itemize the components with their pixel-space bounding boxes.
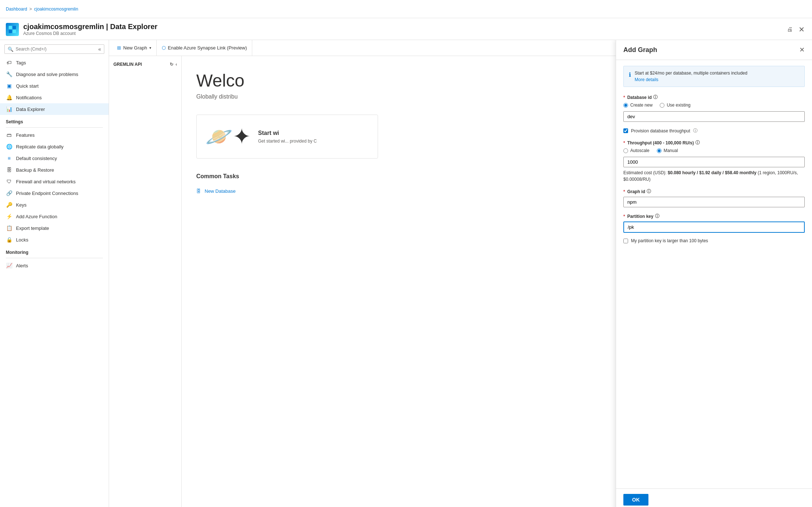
required-star: * bbox=[623, 95, 625, 100]
sidebar-item-quickstart[interactable]: ▣ Quick start bbox=[0, 80, 109, 92]
locks-icon: 🔒 bbox=[6, 236, 12, 243]
throughput-radio-group: Autoscale Manual bbox=[623, 148, 805, 153]
database-id-radio-group: Create new Use existing bbox=[623, 103, 805, 108]
backup-icon: 🗄 bbox=[6, 167, 12, 173]
sidebar-item-locks[interactable]: 🔒 Locks bbox=[0, 234, 109, 245]
sidebar-item-notifications[interactable]: 🔔 Notifications bbox=[0, 92, 109, 103]
breadcrumb: Dashboard > cjoakimcosmosgremlin bbox=[6, 7, 78, 12]
gremlin-api-label: GREMLIN API bbox=[113, 62, 142, 67]
new-database-icon: 🗄 bbox=[196, 188, 201, 194]
partition-key-size-checkbox[interactable] bbox=[623, 239, 628, 243]
create-new-label: Create new bbox=[630, 103, 652, 108]
top-bar: Dashboard > cjoakimcosmosgremlin bbox=[0, 0, 812, 18]
sidebar: 🔍 « 🏷 Tags 🔧 Diagnose and solve problems… bbox=[0, 40, 109, 507]
title-block: cjoakimcosmosgremlin | Data Explorer Azu… bbox=[23, 23, 781, 36]
features-icon: 🗃 bbox=[6, 132, 12, 138]
close-icon[interactable]: ✕ bbox=[797, 24, 806, 35]
new-graph-button[interactable]: ⊞ New Graph ▾ bbox=[112, 40, 157, 56]
database-id-input[interactable] bbox=[623, 111, 805, 122]
partition-key-help-icon[interactable]: ⓘ bbox=[655, 213, 659, 219]
new-graph-chevron: ▾ bbox=[149, 46, 151, 50]
sidebar-item-consistency[interactable]: ≡ Default consistency bbox=[0, 152, 109, 164]
graph-id-label: * Graph id ⓘ bbox=[623, 188, 805, 195]
refresh-icon[interactable]: ↻ bbox=[170, 62, 173, 67]
ok-button[interactable]: OK bbox=[623, 494, 648, 506]
replicate-icon: 🌐 bbox=[6, 143, 12, 150]
sidebar-item-data-explorer[interactable]: 📊 Data Explorer bbox=[0, 103, 109, 115]
throughput-help-icon[interactable]: ⓘ bbox=[695, 140, 700, 146]
alerts-icon: 📈 bbox=[6, 262, 12, 269]
enable-synapse-button[interactable]: ⬡ Enable Azure Synapse Link (Preview) bbox=[157, 40, 253, 56]
use-existing-radio[interactable] bbox=[660, 103, 664, 108]
database-id-help-icon[interactable]: ⓘ bbox=[653, 94, 658, 100]
gremlin-header: GREMLIN API ↻ ‹ bbox=[109, 59, 181, 70]
sidebar-item-label: Replicate data globally bbox=[16, 144, 64, 149]
sidebar-item-alerts[interactable]: 📈 Alerts bbox=[0, 260, 109, 271]
manual-radio-label[interactable]: Manual bbox=[657, 148, 678, 153]
sidebar-item-keys[interactable]: 🔑 Keys bbox=[0, 199, 109, 211]
header-actions: 🖨 ✕ bbox=[785, 24, 806, 35]
sidebar-item-label: Data Explorer bbox=[16, 107, 45, 112]
info-icon: ℹ bbox=[629, 71, 631, 82]
sidebar-item-tags[interactable]: 🏷 Tags bbox=[0, 57, 109, 68]
partition-key-input[interactable] bbox=[623, 221, 805, 233]
tags-icon: 🏷 bbox=[6, 59, 12, 66]
sidebar-item-export-template[interactable]: 📋 Export template bbox=[0, 222, 109, 234]
sidebar-item-label: Backup & Restore bbox=[16, 167, 54, 173]
firewall-icon: 🛡 bbox=[6, 178, 12, 185]
sidebar-item-private-endpoint[interactable]: 🔗 Private Endpoint Connections bbox=[0, 187, 109, 199]
autoscale-label: Autoscale bbox=[630, 148, 650, 153]
breadcrumb-current: cjoakimcosmosgremlin bbox=[34, 7, 78, 12]
create-new-radio-label[interactable]: Create new bbox=[623, 103, 652, 108]
throughput-label: * Throughput (400 - 100,000 RU/s) ⓘ bbox=[623, 140, 805, 146]
panel-close-button[interactable]: ✕ bbox=[799, 46, 805, 54]
create-new-radio[interactable] bbox=[623, 103, 628, 108]
use-existing-radio-label[interactable]: Use existing bbox=[660, 103, 690, 108]
start-with-body: Get started wi... provided by C bbox=[258, 139, 317, 144]
required-star-graph: * bbox=[623, 189, 625, 194]
provision-help-icon[interactable]: ⓘ bbox=[693, 128, 698, 134]
partition-key-size-text: My partition key is larger than 100 byte… bbox=[631, 238, 708, 243]
throughput-input[interactable] bbox=[623, 157, 805, 167]
synapse-icon: ⬡ bbox=[162, 45, 166, 51]
content-area: ⊞ New Graph ▾ ⬡ Enable Azure Synapse Lin… bbox=[109, 40, 812, 507]
notifications-icon: 🔔 bbox=[6, 94, 12, 101]
panel-title: Add Graph bbox=[623, 46, 657, 54]
page-subtitle: Azure Cosmos DB account bbox=[23, 31, 781, 36]
sidebar-item-add-azure-function[interactable]: ⚡ Add Azure Function bbox=[0, 211, 109, 222]
graph-id-input[interactable] bbox=[623, 197, 805, 207]
sidebar-item-label: Diagnose and solve problems bbox=[16, 72, 78, 77]
export-icon: 📋 bbox=[6, 225, 12, 231]
sidebar-item-label: Keys bbox=[16, 202, 27, 208]
collapse-icon[interactable]: ‹ bbox=[176, 62, 177, 67]
planet-icon: 🪐✦ bbox=[205, 124, 251, 149]
enable-synapse-label: Enable Azure Synapse Link (Preview) bbox=[168, 45, 247, 51]
sidebar-item-features[interactable]: 🗃 Features bbox=[0, 129, 109, 141]
provision-throughput-checkbox[interactable] bbox=[623, 128, 628, 133]
collapse-sidebar-button[interactable]: « bbox=[98, 46, 101, 52]
autoscale-radio-label[interactable]: Autoscale bbox=[623, 148, 650, 153]
provision-throughput-label[interactable]: Provision database throughput ⓘ bbox=[623, 128, 805, 134]
add-graph-panel: Add Graph ✕ ℹ Start at $24/mo per databa… bbox=[616, 40, 812, 507]
sidebar-item-diagnose[interactable]: 🔧 Diagnose and solve problems bbox=[0, 68, 109, 80]
autoscale-radio[interactable] bbox=[623, 148, 628, 153]
sidebar-item-label: Firewall and virtual networks bbox=[16, 179, 76, 184]
manual-label: Manual bbox=[664, 148, 678, 153]
sidebar-item-label: Export template bbox=[16, 225, 49, 231]
info-link[interactable]: More details bbox=[635, 77, 747, 82]
graph-id-help-icon[interactable]: ⓘ bbox=[647, 188, 651, 195]
search-input[interactable] bbox=[16, 47, 96, 52]
manual-radio[interactable] bbox=[657, 148, 662, 153]
partition-key-label: * Partition key ⓘ bbox=[623, 213, 805, 219]
graph-id-group: * Graph id ⓘ bbox=[623, 188, 805, 207]
print-icon[interactable]: 🖨 bbox=[785, 25, 794, 34]
database-id-label: * Database id ⓘ bbox=[623, 94, 805, 100]
sidebar-item-replicate[interactable]: 🌐 Replicate data globally bbox=[0, 141, 109, 152]
search-box[interactable]: 🔍 « bbox=[4, 44, 104, 54]
breadcrumb-dashboard[interactable]: Dashboard bbox=[6, 7, 27, 12]
partition-key-group: * Partition key ⓘ My partition key is la… bbox=[623, 213, 805, 243]
search-icon: 🔍 bbox=[8, 47, 13, 52]
sidebar-item-backup[interactable]: 🗄 Backup & Restore bbox=[0, 164, 109, 176]
sidebar-item-firewall[interactable]: 🛡 Firewall and virtual networks bbox=[0, 176, 109, 187]
partition-key-checkbox-label[interactable]: My partition key is larger than 100 byte… bbox=[623, 238, 805, 243]
